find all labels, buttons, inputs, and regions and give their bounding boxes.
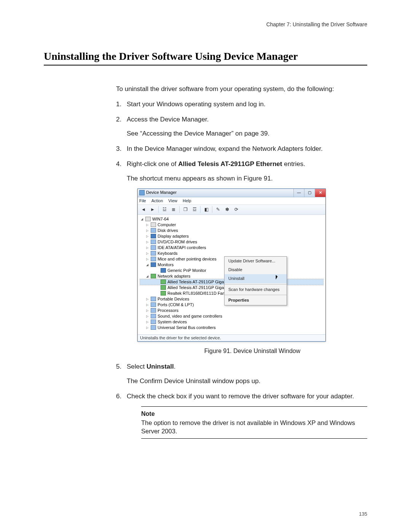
section-title: Uninstalling the Driver Software Using D… — [44, 50, 367, 66]
forward-button[interactable]: ► — [148, 206, 157, 213]
maximize-button[interactable]: ▢ — [304, 189, 315, 197]
tree-ide[interactable]: IDE ATA/ATAPI controllers — [158, 245, 206, 251]
step-2-subtext: See “Accessing the Device Manager” on pa… — [127, 129, 367, 138]
toolbar-btn-8[interactable]: ⟳ — [232, 206, 241, 213]
menu-action[interactable]: Action — [151, 198, 163, 204]
tree-system[interactable]: System devices — [158, 319, 187, 325]
sound-icon — [151, 314, 156, 318]
note-block: Note The option to remove the driver is … — [141, 406, 367, 439]
monitors-icon — [151, 262, 156, 267]
tree-sound[interactable]: Sound, video and game controllers — [158, 313, 222, 319]
note-body: The option to remove the driver is not a… — [141, 419, 367, 435]
portable-icon — [151, 297, 156, 301]
page-number: 135 — [359, 511, 367, 517]
tree-mice[interactable]: Mice and other pointing devices — [158, 256, 217, 262]
window-titlebar[interactable]: Device Manager — ▢ ✕ — [138, 189, 325, 197]
toolbar-btn-6[interactable]: ✎ — [214, 206, 222, 213]
system-icon — [151, 320, 156, 324]
steps-list: Start your Windows operating system and … — [116, 100, 367, 439]
window-icon — [139, 190, 145, 195]
step-4-text: Right-click one of Allied Telesis AT-291… — [127, 160, 367, 169]
tree-keyboards[interactable]: Keyboards — [158, 251, 178, 256]
figure-caption: Figure 91. Device Uninstall Window — [137, 347, 367, 355]
toolbar-btn-7[interactable]: ✽ — [223, 206, 231, 213]
tree-ports[interactable]: Ports (COM & LPT) — [158, 302, 194, 308]
ctx-scan-hardware[interactable]: Scan for hardware changes — [225, 285, 287, 294]
cursor-icon — [275, 275, 280, 281]
tree-processors[interactable]: Processors — [158, 308, 178, 313]
minimize-button[interactable]: — — [293, 189, 304, 197]
toolbar-btn-1[interactable]: ☳ — [160, 206, 169, 213]
tree-generic-monitor[interactable]: Generic PnP Monitor — [167, 268, 206, 273]
back-button[interactable]: ◄ — [139, 206, 148, 213]
mouse-icon — [151, 257, 156, 261]
step-6-text: Check the check box if you want to remov… — [127, 392, 367, 401]
step-1: Start your Windows operating system and … — [116, 100, 367, 109]
step-5: Select Uninstall. The Confirm Device Uni… — [116, 362, 367, 386]
net1-icon — [161, 280, 166, 284]
tree-display[interactable]: Display adapters — [158, 233, 189, 239]
tree-network-adapters[interactable]: Network adapters — [158, 273, 190, 279]
net2-icon — [161, 285, 166, 290]
step-1-text: Start your Windows operating system and … — [127, 100, 367, 109]
step-4-post: entries. — [282, 160, 305, 168]
step-5-text: Select Uninstall. — [127, 362, 367, 371]
ctx-disable[interactable]: Disable — [225, 265, 287, 274]
menu-bar: File Action View Help — [138, 197, 325, 205]
toolbar: ◄ ► ☳ ≣ ❐ ☲ ◧ ✎ — [138, 205, 325, 215]
tree-usb[interactable]: Universal Serial Bus controllers — [158, 325, 216, 331]
menu-help[interactable]: Help — [183, 198, 191, 204]
step-3-text: In the Device Manager window, expand the… — [127, 144, 367, 153]
step-5-bold: Uninstall — [147, 363, 174, 370]
generic-monitor-icon — [161, 268, 166, 273]
step-5-post: . — [174, 363, 176, 370]
disk-icon — [151, 228, 156, 233]
toolbar-btn-2[interactable]: ≣ — [169, 206, 178, 213]
tree-root[interactable]: WIN7-64 — [152, 216, 169, 222]
context-menu: Update Driver Software... Disable Uninst… — [224, 256, 287, 305]
menu-view[interactable]: View — [168, 198, 177, 204]
step-2: Access the Device Manager. See “Accessin… — [116, 115, 367, 139]
ports-icon — [151, 302, 156, 307]
tree-disk[interactable]: Disk drives — [158, 228, 178, 233]
toolbar-btn-3[interactable]: ❐ — [181, 206, 190, 213]
keyboard-icon — [151, 251, 156, 256]
tree-monitors[interactable]: Monitors — [158, 262, 174, 268]
running-header: Chapter 7: Uninstalling the Driver Softw… — [44, 21, 367, 27]
processors-icon — [151, 308, 156, 313]
usb-icon — [151, 325, 156, 330]
tree-portable[interactable]: Portable Devices — [158, 296, 189, 302]
ctx-update-driver[interactable]: Update Driver Software... — [225, 257, 287, 265]
net3-icon — [161, 291, 166, 296]
ctx-uninstall[interactable]: Uninstall — [225, 274, 287, 283]
network-adapters-icon — [151, 274, 156, 278]
step-4: Right-click one of Allied Telesis AT-291… — [116, 160, 367, 355]
window-title: Device Manager — [146, 190, 293, 195]
ide-icon — [151, 245, 156, 250]
close-button[interactable]: ✕ — [315, 189, 325, 197]
computer-root-icon — [145, 217, 151, 221]
step-4-pre: Right-click one of — [127, 160, 178, 168]
tree-computer[interactable]: Computer — [158, 222, 176, 228]
step-2-text: Access the Device Manager. — [127, 115, 367, 124]
intro-paragraph: To uninstall the driver software from yo… — [116, 85, 367, 94]
step-4-subtext: The shortcut menu appears as shown in Fi… — [127, 174, 367, 183]
step-3: In the Device Manager window, expand the… — [116, 144, 367, 153]
status-bar: Uninstalls the driver for the selected d… — [138, 334, 325, 341]
step-5-subtext: The Confirm Device Uninstall window pops… — [127, 377, 367, 386]
ctx-properties[interactable]: Properties — [225, 296, 287, 305]
step-6: Check the check box if you want to remov… — [116, 392, 367, 439]
toolbar-btn-4[interactable]: ☲ — [190, 206, 199, 213]
toolbar-btn-5[interactable]: ◧ — [202, 206, 210, 213]
ctx-uninstall-label: Uninstall — [228, 276, 244, 281]
step-5-pre: Select — [127, 363, 147, 370]
menu-file[interactable]: File — [139, 198, 146, 204]
tree-dvd[interactable]: DVD/CD-ROM drives — [158, 239, 197, 245]
dvd-icon — [151, 240, 156, 244]
display-icon — [151, 234, 156, 238]
step-4-bold: Allied Telesis AT-2911GP Ethernet — [178, 160, 282, 168]
note-title: Note — [141, 410, 367, 418]
computer-icon — [151, 222, 156, 227]
